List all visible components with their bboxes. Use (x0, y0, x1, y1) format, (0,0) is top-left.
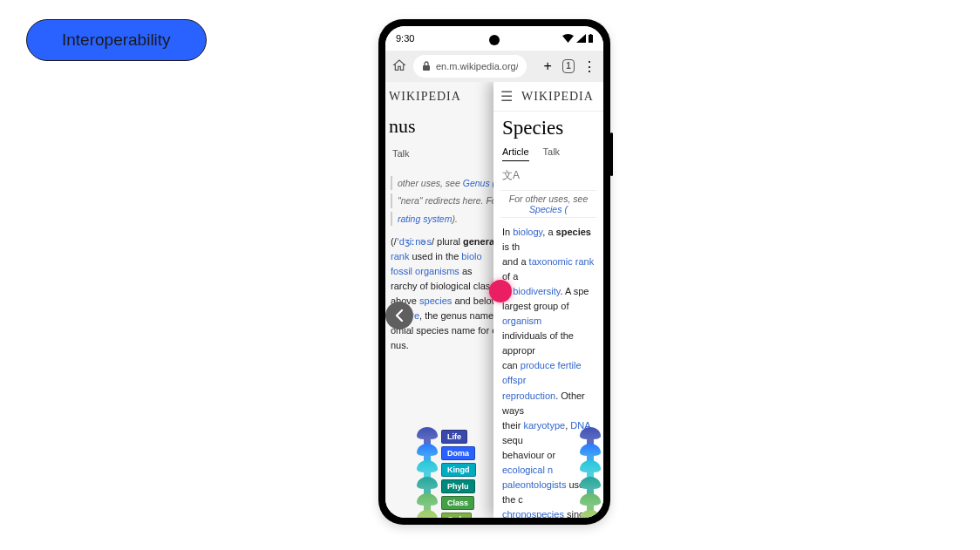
incoming-page-species: ☰ WIKIPEDIA Species Article Talk 文A For … (493, 82, 603, 518)
hierarchy-label: Orde (441, 513, 472, 518)
rank-link[interactable]: rank (391, 251, 409, 261)
hamburger-menu-icon[interactable]: ☰ (500, 88, 513, 105)
url-text: en.m.wikipedia.org/wiki. (436, 61, 518, 71)
redirect-link[interactable]: rating system (398, 214, 452, 224)
ecological-niche-link[interactable]: ecological n (502, 465, 553, 475)
tab-switcher[interactable]: 1 (562, 59, 575, 73)
biology-link[interactable]: biolo (461, 251, 481, 261)
hierarchy-label: Doma (441, 446, 475, 460)
swipe-touch-indicator (489, 280, 512, 302)
hierarchy-label: Class (441, 496, 474, 510)
svg-rect-1 (590, 34, 592, 35)
taxonomy-hierarchy-diagram: LifeDomaKingdPhyluClassOrde (417, 427, 476, 518)
cell-signal-icon (576, 34, 586, 43)
status-time: 9:30 (396, 33, 414, 44)
svg-rect-0 (589, 35, 593, 43)
browser-toolbar: en.m.wikipedia.org/wiki. + 1 ⋮ (385, 51, 603, 82)
hierarchy-row: Orde (417, 510, 476, 518)
home-icon[interactable] (392, 58, 406, 75)
hatnote-link[interactable]: Species ( (529, 204, 568, 214)
organism-link[interactable]: organism (502, 316, 541, 326)
paleontologists-link[interactable]: paleontologists (502, 479, 566, 490)
back-gesture-chevron-icon (385, 302, 413, 329)
fossil-link[interactable]: fossil organisms (391, 266, 459, 276)
article-tabs: Article Talk (493, 146, 603, 161)
hierarchy-label: Kingd (441, 463, 476, 477)
tab-talk[interactable]: Talk (543, 146, 561, 161)
status-icons (562, 34, 593, 43)
phone-device-frame: 9:30 en.m.wikipedia.org/wiki. + 1 ⋮ (378, 19, 610, 525)
hierarchy-row: Orde (580, 510, 604, 518)
battery-icon (589, 34, 593, 43)
hierarchy-label: Life (441, 430, 467, 444)
phone-side-button (610, 132, 613, 176)
url-bar[interactable]: en.m.wikipedia.org/wiki. (413, 55, 527, 78)
biodiversity-link[interactable]: biodiversity (513, 286, 560, 296)
translate-icon[interactable]: 文A (493, 161, 603, 187)
chronospecies-link[interactable]: chronospecies (502, 509, 564, 518)
reproduction-link[interactable]: reproduction (502, 390, 555, 401)
front-camera-punch-hole (489, 35, 500, 45)
lock-icon (422, 61, 431, 71)
slide-topic-pill: Interoperability (26, 19, 207, 61)
overflow-menu-icon[interactable]: ⋮ (582, 58, 596, 75)
svg-rect-2 (423, 65, 430, 71)
browser-viewport: WIKIPEDIA nus Talk other uses, see Genus… (385, 82, 603, 518)
hatnote: For other uses, see Species ( (500, 190, 596, 218)
new-tab-plus-icon[interactable]: + (541, 58, 555, 74)
tab-talk[interactable]: Talk (392, 148, 410, 159)
phone-screen: 9:30 en.m.wikipedia.org/wiki. + 1 ⋮ (385, 26, 603, 518)
tab-article[interactable]: Article (502, 146, 529, 161)
taxonomy-hierarchy-diagram: LifeDomaKingdPhyluClassOrde (580, 427, 604, 518)
taxonomic-rank-link[interactable]: taxonomic rank (529, 256, 595, 267)
hierarchy-label: Phylu (441, 479, 475, 493)
wikipedia-brand: WIKIPEDIA (521, 90, 594, 104)
ipa-link[interactable]: ˈdʒiːnəs (397, 236, 432, 247)
biology-link[interactable]: biology (513, 227, 542, 237)
wifi-icon (562, 34, 574, 43)
species-link[interactable]: species (419, 295, 452, 306)
page-title: Species (493, 112, 603, 139)
karyotype-link[interactable]: karyotype (523, 420, 565, 431)
